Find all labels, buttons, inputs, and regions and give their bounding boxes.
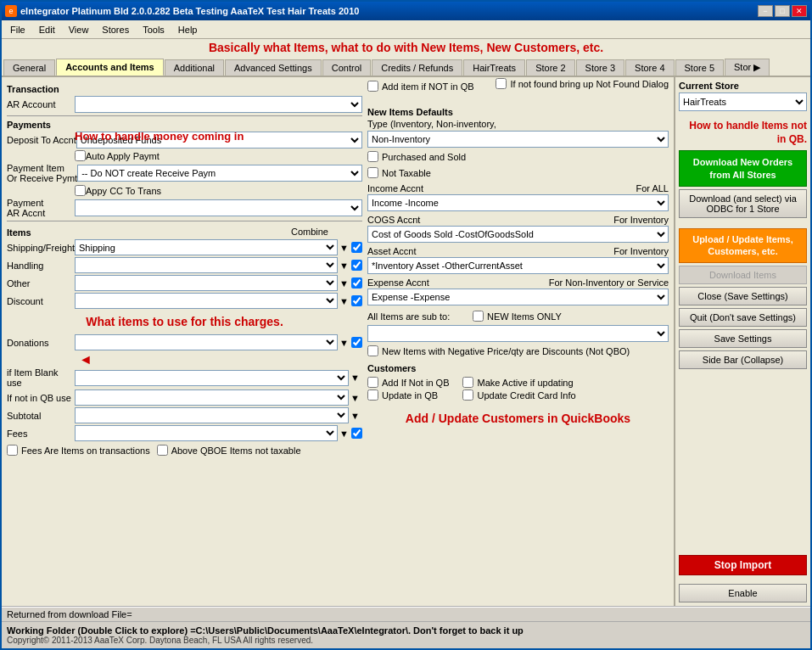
fees-arrow: ▼ bbox=[339, 429, 351, 439]
make-active-checkbox[interactable] bbox=[462, 377, 473, 388]
tab-control[interactable]: Control bbox=[322, 59, 371, 76]
expense-select[interactable]: Expense -Expense bbox=[367, 289, 669, 305]
ar-account-select[interactable] bbox=[75, 96, 362, 113]
type-select[interactable]: Non-Inventory bbox=[367, 131, 669, 148]
payment-item-select[interactable]: -- Do NOT create Receive Paym bbox=[77, 165, 362, 182]
tab-additional[interactable]: Additional bbox=[165, 59, 224, 76]
asset-header: Asset Accnt For Inventory bbox=[367, 246, 669, 256]
menu-tools[interactable]: Tools bbox=[136, 23, 171, 36]
discount-combine-cb[interactable] bbox=[351, 295, 362, 306]
tab-accounts-items[interactable]: Accounts and Items bbox=[56, 59, 164, 76]
quit-button[interactable]: Quit (Don't save Settings) bbox=[679, 308, 807, 327]
enable-button[interactable]: Enable bbox=[679, 584, 807, 602]
donations-combine-cb[interactable] bbox=[351, 337, 362, 348]
not-taxable-cb: Not Taxable bbox=[367, 167, 669, 178]
asset-select[interactable]: *Inventory Asset -OtherCurrentAsset bbox=[367, 257, 669, 274]
tab-general[interactable]: General bbox=[3, 59, 55, 76]
not-in-qb-annotation: How to handle Items not in QB. bbox=[689, 120, 807, 145]
asset-select-row: *Inventory Asset -OtherCurrentAsset bbox=[367, 257, 669, 274]
new-items-only-checkbox[interactable] bbox=[473, 311, 484, 322]
menu-edit[interactable]: Edit bbox=[32, 23, 62, 36]
expense-label: Expense Accnt bbox=[367, 277, 429, 288]
tab-advanced-settings[interactable]: Advanced Settings bbox=[225, 59, 322, 76]
handling-select[interactable] bbox=[75, 257, 338, 273]
shipping-select[interactable]: Shipping bbox=[75, 239, 338, 255]
tab-hairtreats[interactable]: HairTreats bbox=[463, 59, 525, 76]
income-select-row: Income -Income bbox=[367, 194, 669, 211]
tab-store4[interactable]: Store 4 bbox=[625, 59, 674, 76]
tab-credits-refunds[interactable]: Credits / Refunds bbox=[372, 59, 462, 76]
main-content: Transaction AR Account Payments Ho bbox=[2, 77, 810, 606]
upload-update-button[interactable]: Upload / Update Items, Customers, etc. bbox=[679, 228, 807, 263]
close-button[interactable]: ✕ bbox=[792, 5, 807, 17]
download-new-orders-button[interactable]: Download New Orders from All Stores bbox=[679, 150, 807, 187]
tab-store3[interactable]: Store 3 bbox=[576, 59, 624, 76]
not-taxable-checkbox[interactable] bbox=[367, 167, 378, 178]
spacer4 bbox=[679, 578, 807, 581]
tab-more[interactable]: Stor ▶ bbox=[725, 59, 770, 76]
type-row: Non-Inventory bbox=[367, 131, 669, 148]
update-in-qb-checkbox[interactable] bbox=[367, 389, 378, 401]
transaction-title: Transaction bbox=[7, 84, 362, 94]
discount-select[interactable] bbox=[75, 293, 338, 309]
right-column: Add item if NOT in QB If not found bring… bbox=[367, 81, 669, 457]
other-combine-cb[interactable] bbox=[351, 277, 362, 289]
expense-header: Expense Accnt For Non-Inventory or Servi… bbox=[367, 277, 669, 288]
sidebar-collapse-button[interactable]: Side Bar (Collapse) bbox=[679, 350, 807, 369]
all-items-sub-label: All Items are sub to: bbox=[367, 311, 469, 322]
cogs-select[interactable]: Cost of Goods Sold -CostOfGoodsSold bbox=[367, 226, 669, 243]
auto-apply-checkbox[interactable] bbox=[75, 150, 86, 161]
above-qboe-cb-row: Above QBOE Items not taxable bbox=[157, 445, 301, 456]
purchased-sold-checkbox[interactable] bbox=[367, 151, 378, 162]
all-items-sub-select[interactable] bbox=[367, 325, 669, 342]
add-if-not-qb-checkbox[interactable] bbox=[367, 377, 378, 388]
if-not-found-checkbox[interactable] bbox=[496, 78, 507, 89]
not-in-qb-annotation-area: How to handle Items not in QB. bbox=[679, 120, 807, 146]
fees-items-cb-row: Fees Are Items on transactions bbox=[7, 445, 150, 456]
add-if-not-checkbox[interactable] bbox=[367, 81, 378, 92]
update-cc-checkbox[interactable] bbox=[462, 389, 473, 401]
if-not-in-qb-row: If not in QB use ▼ bbox=[7, 389, 362, 406]
two-col-layout: Transaction AR Account Payments Ho bbox=[7, 81, 669, 457]
store-select[interactable]: HairTreats bbox=[679, 92, 807, 111]
close-save-button[interactable]: Close (Save Settings) bbox=[679, 287, 807, 305]
ar-account-label: AR Account bbox=[7, 99, 75, 109]
if-not-in-qb-select[interactable] bbox=[75, 389, 349, 406]
title-bar-left: e eIntegrator Platinum Bld 2.0.0.282 Bet… bbox=[5, 5, 359, 17]
other-select[interactable] bbox=[75, 275, 338, 291]
tab-store5[interactable]: Store 5 bbox=[675, 59, 724, 76]
payment-ar-select[interactable] bbox=[75, 199, 362, 216]
shipping-combine-cb[interactable] bbox=[351, 242, 362, 253]
top-annotation: Basically what Items, what to do with Ne… bbox=[209, 41, 603, 54]
if-not-found-label: If not found bring up Not Found Dialog bbox=[510, 79, 669, 89]
fees-items-checkbox[interactable] bbox=[7, 445, 18, 456]
menu-view[interactable]: View bbox=[62, 23, 96, 36]
subtotal-select[interactable] bbox=[75, 407, 349, 423]
other-arrow: ▼ bbox=[339, 278, 351, 289]
negative-price-checkbox[interactable] bbox=[367, 345, 378, 356]
menu-file[interactable]: File bbox=[3, 23, 32, 36]
payment-ar-label: Payment AR Accnt bbox=[7, 198, 75, 218]
download-odbc-button[interactable]: Download (and select) via ODBC for 1 Sto… bbox=[679, 189, 807, 218]
minimize-button[interactable]: − bbox=[758, 5, 773, 17]
if-item-blank-select[interactable] bbox=[75, 370, 349, 386]
menu-help[interactable]: Help bbox=[171, 23, 204, 36]
tab-store2[interactable]: Store 2 bbox=[526, 59, 574, 76]
handling-combine-cb[interactable] bbox=[351, 260, 362, 271]
customers-section-title: Customers bbox=[367, 363, 669, 373]
above-qboe-checkbox[interactable] bbox=[157, 445, 168, 456]
copyright-text: Copyright© 2011-2013 AaaTeX Corp. Dayton… bbox=[7, 636, 805, 645]
other-label: Other bbox=[7, 278, 75, 289]
donations-select[interactable] bbox=[75, 334, 338, 350]
spacer2 bbox=[679, 221, 807, 226]
income-select[interactable]: Income -Income bbox=[367, 194, 669, 211]
cogs-label: COGS Accnt bbox=[367, 215, 420, 225]
maximize-button[interactable]: □ bbox=[775, 5, 790, 17]
appy-cc-checkbox[interactable] bbox=[75, 185, 86, 196]
menu-stores[interactable]: Stores bbox=[95, 23, 136, 36]
fees-select[interactable] bbox=[75, 425, 338, 441]
fees-combine-cb[interactable] bbox=[351, 428, 362, 439]
save-settings-button[interactable]: Save Settings bbox=[679, 329, 807, 348]
purchased-sold-label: Purchased and Sold bbox=[382, 152, 466, 162]
stop-import-button[interactable]: Stop Import bbox=[679, 555, 807, 575]
